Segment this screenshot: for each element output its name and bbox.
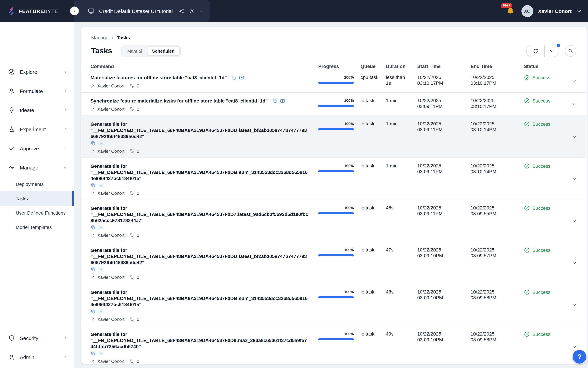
copy-icon[interactable]: [90, 351, 96, 356]
command-meta: Xavier Conort 0: [90, 106, 309, 112]
sidebar-item-security[interactable]: Security: [0, 328, 74, 348]
refresh-button[interactable]: [526, 45, 544, 57]
copy-icon[interactable]: [272, 98, 277, 103]
task-start-time: 10/22/2025 03:09:11PM: [417, 200, 471, 242]
copy-icon[interactable]: [90, 141, 96, 146]
id-icon[interactable]: ID: [98, 351, 103, 356]
brand-logo[interactable]: FEATUREBYTE: [0, 0, 74, 22]
task-start-time: 10/22/2025 03:09:10PM: [417, 284, 471, 326]
sidebar-item-manage[interactable]: Manage: [0, 158, 74, 177]
table-body: Materialize features for offline store t…: [81, 69, 587, 364]
breadcrumb-tasks: Tasks: [117, 35, 130, 40]
table-row[interactable]: Generate tile for "__FB_DEPLOYED_TILE_TA…: [81, 326, 587, 364]
svg-text:ID: ID: [100, 352, 102, 355]
row-expand-button[interactable]: [562, 242, 577, 284]
search-button[interactable]: [565, 45, 576, 57]
chevron-right-icon: [63, 146, 68, 150]
refresh-options-button[interactable]: [545, 45, 559, 57]
progress-cell: 100%: [318, 200, 361, 242]
task-start-time: 10/22/2025 03:10:17PM: [417, 69, 471, 92]
progress-cell: 100%: [318, 92, 361, 116]
table-row[interactable]: Synchronize feature materialize tasks fo…: [81, 92, 587, 116]
status-label: Success: [532, 163, 551, 169]
svg-text:ID: ID: [100, 310, 102, 313]
table-row[interactable]: Generate tile for "__FB_DEPLOYED_TILE_TA…: [81, 242, 587, 284]
table-row[interactable]: Generate tile for "__FB_DEPLOYED_TILE_TA…: [81, 200, 587, 242]
row-expand-button[interactable]: [562, 158, 577, 200]
sidebar-item-user-defined-functions[interactable]: User Defined Functions: [0, 206, 74, 220]
task-end-time: 10/22/2025 03:09:58PM: [471, 326, 524, 364]
command-line: Generate tile for "__FB_DEPLOYED_TILE_TA…: [90, 331, 309, 350]
row-expand-button[interactable]: [562, 200, 577, 242]
tab-scheduled[interactable]: Scheduled: [147, 46, 179, 55]
task-status: Success: [524, 92, 562, 116]
copy-icon[interactable]: [90, 225, 96, 230]
table-row[interactable]: Materialize features for offline store t…: [81, 69, 587, 92]
sidebar-item-experiment[interactable]: Experiment: [0, 120, 74, 139]
sidebar-item-tasks[interactable]: Tasks: [0, 191, 74, 206]
row-expand-button[interactable]: [562, 116, 577, 157]
copy-icon[interactable]: [231, 75, 236, 80]
sidebar-item-ideate[interactable]: Ideate: [0, 101, 74, 120]
task-owner: Xavier Conort: [97, 359, 125, 364]
gear-icon[interactable]: [189, 8, 195, 14]
user-menu-chevron-down-icon[interactable]: [576, 8, 582, 14]
progress-cell: 100%: [318, 116, 361, 157]
row-expand-button[interactable]: [562, 69, 577, 92]
id-icon[interactable]: ID: [239, 75, 244, 80]
sidebar-item-deployments[interactable]: Deployments: [0, 177, 74, 191]
project-chevron-down-icon[interactable]: [199, 8, 204, 13]
breadcrumb-manage[interactable]: Manage: [91, 35, 108, 40]
copy-icon[interactable]: [90, 267, 96, 272]
sidebar-item-explore[interactable]: Explore: [0, 62, 74, 81]
breadcrumb-separator-icon: ›: [112, 35, 113, 40]
user-icon: [90, 149, 95, 154]
copy-icon[interactable]: [90, 183, 96, 188]
row-expand-button[interactable]: [562, 284, 577, 326]
chevron-down-icon: [572, 176, 577, 181]
sidebar-item-formulate[interactable]: Formulate: [0, 81, 74, 101]
success-check-icon: [524, 331, 530, 337]
id-icon[interactable]: ID: [98, 225, 103, 230]
copy-icon[interactable]: [90, 309, 96, 314]
task-queue: io task: [361, 326, 386, 364]
svg-text:ID: ID: [100, 184, 102, 186]
id-icon[interactable]: ID: [98, 141, 103, 146]
id-icon[interactable]: ID: [98, 183, 103, 188]
sidebar-item-label: Ideate: [20, 107, 34, 113]
command-meta: Xavier Conort 0: [90, 148, 309, 154]
refresh-split-button: [526, 45, 559, 57]
progress-bar: [318, 82, 354, 84]
id-icon[interactable]: ID: [280, 98, 285, 103]
id-icon[interactable]: ID: [98, 267, 103, 272]
sidebar-item-label: Approve: [20, 145, 39, 151]
task-duration: 49s: [386, 326, 417, 364]
sidebar-item-admin[interactable]: Admin: [0, 348, 74, 367]
subtask-tree-icon: [130, 275, 135, 280]
sidebar-item-label: Explore: [20, 69, 37, 75]
pulse-icon: [8, 164, 15, 171]
tab-manual[interactable]: Manual: [123, 46, 147, 55]
id-icon[interactable]: ID: [98, 309, 103, 314]
table-row[interactable]: Generate tile for "__FB_DEPLOYED_TILE_TA…: [81, 158, 587, 200]
manage-submenu: Deployments Tasks User Defined Functions…: [0, 177, 74, 234]
table-row[interactable]: Generate tile for "__FB_DEPLOYED_TILE_TA…: [81, 116, 587, 158]
notifications-button[interactable]: 999+: [506, 7, 514, 15]
table-row[interactable]: Generate tile for "__FB_DEPLOYED_TILE_TA…: [81, 284, 587, 326]
share-icon[interactable]: [178, 8, 184, 14]
sidebar-item-model-templates[interactable]: Model Templates: [0, 220, 74, 234]
row-expand-button[interactable]: [562, 92, 577, 116]
sidebar-item-approve[interactable]: Approve: [0, 139, 74, 158]
progress-bar: [318, 254, 354, 256]
topbar: FEATUREBYTE Credit Default Dataset UI tu…: [0, 0, 588, 22]
project-selector[interactable]: Credit Default Dataset UI tutorial: [74, 0, 210, 22]
task-subtask-count: 0: [137, 190, 139, 196]
help-button[interactable]: ?: [573, 350, 586, 364]
task-subtask-count: 0: [137, 359, 139, 364]
user-icon: [90, 191, 95, 196]
sidebar-collapse-button[interactable]: [70, 7, 79, 15]
task-owner: Xavier Conort: [97, 232, 125, 238]
user-icon: [90, 107, 95, 111]
avatar[interactable]: XC: [521, 5, 533, 17]
main-content: Manage › Tasks Tasks Manual Scheduled: [74, 22, 588, 368]
